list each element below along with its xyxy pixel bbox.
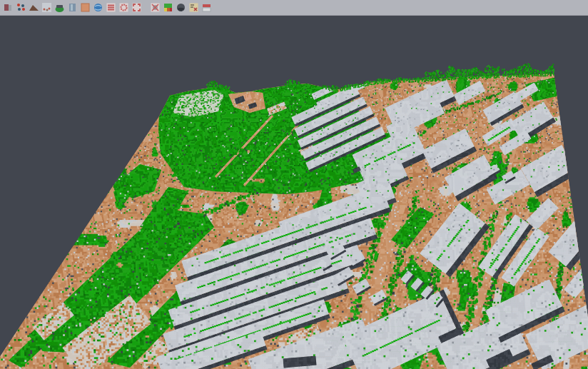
- application-window: [0, 0, 588, 369]
- profile-panel-icon[interactable]: [66, 1, 78, 14]
- point-cloud-icon[interactable]: [14, 1, 27, 14]
- viewport: [0, 16, 588, 369]
- circle-select-icon[interactable]: [117, 1, 130, 14]
- rect-select-icon[interactable]: [130, 1, 143, 14]
- globe-view-icon[interactable]: [91, 1, 104, 14]
- measure-delete-icon[interactable]: [187, 1, 200, 14]
- list-icon[interactable]: [104, 1, 117, 14]
- toolbar: [0, 0, 588, 16]
- ground-points-icon[interactable]: [40, 1, 53, 14]
- vegetation-icon[interactable]: [53, 1, 66, 14]
- classification-colors-icon[interactable]: [161, 1, 174, 14]
- layer-remove-icon[interactable]: [200, 1, 213, 14]
- clear-selection-icon[interactable]: [148, 1, 161, 14]
- sphere-view-icon[interactable]: [174, 1, 187, 14]
- ortho-view-icon[interactable]: [78, 1, 91, 14]
- open-data-icon[interactable]: [1, 1, 14, 14]
- viewport-3d-canvas[interactable]: [0, 16, 588, 369]
- terrain-icon[interactable]: [27, 1, 40, 14]
